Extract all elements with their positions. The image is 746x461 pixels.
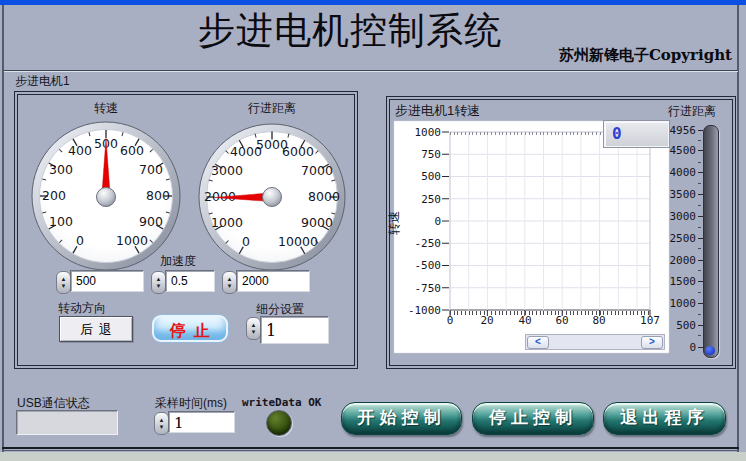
y-tick: 250 [401,193,441,206]
x-tick: 40 [507,314,543,327]
direction-label: 转动方向 [58,300,106,317]
slider-tick: 2500 [658,232,696,245]
distance-slider-thumb[interactable] [705,346,715,355]
stop-button[interactable]: 停止 [152,315,228,342]
gauge-tick-label: 3000 [211,163,243,178]
distance-slider-track[interactable] [703,125,719,358]
accel-spinner[interactable]: ▲ ▼ [151,271,166,294]
spin-down-icon[interactable]: ▼ [156,283,162,290]
gauge-tick-label: 6000 [282,144,314,159]
x-tick: 20 [469,314,505,327]
slider-tick: 4500 [658,144,696,157]
stop-control-button[interactable]: 停止控制 [472,402,594,435]
distance-gauge-hub [263,188,282,207]
exit-program-button[interactable]: 退出程序 [603,402,726,435]
spin-down-icon[interactable]: ▼ [251,329,257,336]
spin-down-icon[interactable]: ▼ [159,424,165,431]
distance-gauge[interactable]: 0 1000 2000 3000 4000 5000 6000 7000 800… [199,124,345,270]
subdiv-spinner[interactable]: ▲ ▼ [246,317,261,340]
distance-slider-label: 行进距离 [668,103,716,120]
gauge-tick-label: 0 [76,233,84,248]
chart-title: 步进电机1转速 [395,102,480,120]
slider-tick: 1500 [658,275,696,288]
spin-up-icon[interactable]: ▲ [159,417,165,424]
gauge-tick-label: 200 [42,188,66,203]
gauge-tick-label: 7000 [301,163,333,178]
app-window: 步进电机控制系统 苏州新锋电子Copyright 步进电机1 转速 行进距离 [0,0,746,461]
gauge-tick-label: 800 [146,188,170,203]
write-data-label: writeData OK [242,396,321,409]
gauge-tick-label: 8000 [308,189,340,204]
distance-spinner[interactable]: ▲ ▼ [222,271,237,294]
speed-input[interactable]: 500 [70,270,144,292]
sample-time-spinner[interactable]: ▲ ▼ [154,412,169,435]
gauge-tick-label: 700 [139,162,163,177]
gauge-tick-label: 400 [68,143,92,158]
sample-time-input[interactable]: 1 [168,411,235,433]
slider-tick: 4956 [658,124,696,137]
gauge-tick-label: 1000 [116,233,148,248]
gauge-tick-label: 900 [139,214,163,229]
gauge-tick-label: 0 [242,234,250,249]
direction-button[interactable]: 后退 [59,316,133,342]
slider-tick: 4000 [658,166,696,179]
spin-up-icon[interactable]: ▲ [61,276,67,283]
gauge-tick-label: 300 [49,162,73,177]
y-tick: -750 [401,282,441,295]
start-control-button[interactable]: 开始控制 [341,402,462,435]
gauge-tick-label: 9000 [301,215,333,230]
scroll-right-icon: > [649,336,655,347]
spin-up-icon[interactable]: ▲ [251,322,257,329]
spin-up-icon[interactable]: ▲ [156,276,162,283]
scroll-left-button[interactable]: < [527,336,549,349]
y-tick: 1000 [401,126,441,139]
spin-down-icon[interactable]: ▼ [227,283,233,290]
speed-spinner[interactable]: ▲ ▼ [56,271,71,294]
slider-minor-ticks [698,140,701,337]
gauge-tick-label: 1000 [211,215,243,230]
speed-gauge[interactable]: 0 100 200 300 400 500 600 700 800 900 10… [32,122,180,270]
scroll-left-icon: < [535,336,541,347]
usb-status-field [16,410,118,435]
spin-down-icon[interactable]: ▼ [61,283,67,290]
speed-gauge-hub [97,188,116,207]
x-tick: 80 [581,314,617,327]
x-tick: 0 [432,314,468,327]
gauge-tick-label: 10000 [278,234,318,249]
y-tick: -500 [401,259,441,272]
y-tick: 750 [401,148,441,161]
slider-tick: 3000 [658,210,696,223]
slider-tick: 500 [658,319,696,332]
subdiv-input[interactable]: 1 [260,316,329,344]
x-tick: 60 [544,314,580,327]
y-tick: 500 [401,170,441,183]
slider-tick: 2000 [658,254,696,267]
chart-y-axis-label: 转速 [386,209,412,235]
accel-label: 加速度 [160,253,196,270]
slider-tick: 1000 [658,297,696,310]
gauge-tick-label: 600 [120,143,144,158]
distance-input[interactable]: 2000 [236,270,310,292]
write-data-led [266,410,292,436]
y-tick: -250 [401,237,441,250]
accel-input[interactable]: 0.5 [165,270,215,292]
sample-time-label: 采样时间(ms) [155,395,227,412]
gauge-tick-label: 100 [49,214,73,229]
spin-up-icon[interactable]: ▲ [227,276,233,283]
slider-tick: 0 [658,341,696,354]
slider-tick: 3500 [658,188,696,201]
